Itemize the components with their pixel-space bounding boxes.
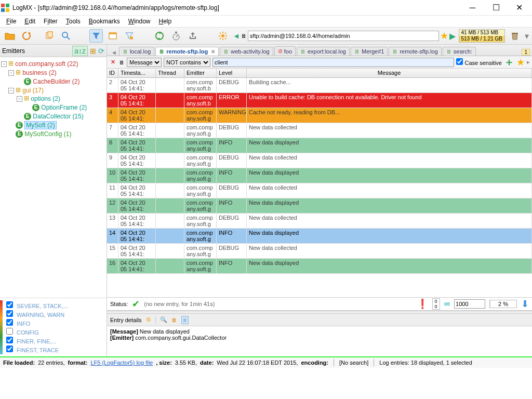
stopwatch-icon[interactable] <box>169 29 183 43</box>
tree-node[interactable]: E MySoftConfig (1) <box>1 129 105 138</box>
col-level[interactable]: Level <box>217 69 247 77</box>
details-gear-icon[interactable]: ⚙ <box>146 316 151 323</box>
tabs-left-arrow-icon[interactable]: ◄ <box>109 49 119 56</box>
table-row[interactable]: 904 Oct 2005 14:41:com.company.soft.gDEB… <box>107 153 532 168</box>
refresh-icon[interactable] <box>20 29 33 43</box>
filter-field-select[interactable]: Message <box>127 58 162 67</box>
log-table: ID Timesta... Thread Emitter Level Messa… <box>107 69 532 297</box>
file-tab[interactable]: 🗎export:local.log <box>297 47 350 56</box>
maximize-button[interactable]: ☐ <box>484 1 508 15</box>
case-sensitive-checkbox[interactable]: Case sensitive <box>456 58 502 66</box>
history-back-icon[interactable]: ◄ <box>233 32 240 40</box>
table-row[interactable]: 1204 Oct 2005 14:41:com.company.soft.gIN… <box>107 198 532 214</box>
favorite-star-icon[interactable]: ★ <box>440 30 448 42</box>
close-button[interactable]: ✕ <box>508 1 531 15</box>
col-timestamp[interactable]: Timesta... <box>118 69 156 77</box>
clear-filter-button[interactable]: ✕ <box>109 59 117 65</box>
menu-bookmarks[interactable]: Bookmarks <box>86 17 123 26</box>
close-icon[interactable]: ✕ <box>211 49 215 55</box>
file-tab[interactable]: 🗎remote-sftp.log✕ <box>155 47 219 56</box>
file-tab[interactable]: 🗎search: <box>443 47 476 56</box>
filter-value-input[interactable] <box>212 58 454 67</box>
tree-collapse-icon[interactable]: ⊞ <box>90 47 96 55</box>
tree-refresh-icon[interactable]: ⟳ <box>98 47 104 55</box>
file-tab[interactable]: ⊘foo <box>274 46 296 56</box>
level-filter-item[interactable]: SEVERE, STACK,... <box>6 301 104 310</box>
tree-node[interactable]: −⊞ business (2) <box>1 68 105 77</box>
filter-favorite-icon[interactable]: ★ <box>516 57 525 68</box>
calendar-filter-icon[interactable] <box>106 29 119 43</box>
alert-icon[interactable]: ❗ <box>417 298 428 310</box>
table-row[interactable]: 704 Oct 2005 14:41:com.company.soft.gDEB… <box>107 123 532 138</box>
funnel-icon[interactable] <box>89 29 103 43</box>
file-tab[interactable]: 🗎local.log <box>119 47 154 56</box>
tree-node[interactable]: −⊞ gui (17) <box>1 86 105 95</box>
entry-details-header: Entry details ⚙ 🔍 🗎 ≡ <box>107 314 532 326</box>
go-button[interactable]: ▶ <box>449 31 456 41</box>
table-row[interactable]: 1104 Oct 2005 14:41:com.company.soft.gDE… <box>107 183 532 198</box>
settings-gear-icon[interactable] <box>216 29 230 43</box>
emitters-tree[interactable]: −⊞ com.company.soft (22)−⊞ business (2)E… <box>0 57 107 298</box>
scroll-bottom-icon[interactable]: ⬇ <box>521 298 529 310</box>
col-message[interactable]: Message <box>247 69 532 77</box>
table-row[interactable]: 804 Oct 2005 14:41:com.company.soft.gINF… <box>107 138 532 153</box>
footer-format-link[interactable]: LF5 (LogFactor5) log file <box>90 360 153 366</box>
table-body[interactable]: 204 Oct 2005 14:41:com.company.soft.bDEB… <box>107 78 532 297</box>
tree-node[interactable]: E DataCollector (15) <box>1 112 105 121</box>
col-emitter[interactable]: Emitter <box>184 69 217 77</box>
tree-node[interactable]: −⊞ options (2) <box>1 94 105 103</box>
limit-input[interactable] <box>454 299 485 309</box>
filter-op-select[interactable]: NOT contains <box>164 58 210 67</box>
sort-az-icon[interactable]: a↕z <box>72 46 88 56</box>
details-message-label: [Message] <box>110 328 138 335</box>
search-icon[interactable] <box>59 29 73 43</box>
menu-window[interactable]: Window <box>125 17 154 26</box>
level-filter-item[interactable]: INFO <box>6 318 104 327</box>
col-thread[interactable]: Thread <box>156 69 184 77</box>
export-icon[interactable] <box>186 29 200 43</box>
filter-bar: ✕ 🗎 Message NOT contains Case sensitive … <box>107 56 532 69</box>
details-copy-icon[interactable]: 🗎 <box>171 317 177 323</box>
address-input[interactable] <box>248 31 439 41</box>
menu-filter[interactable]: Filter <box>41 17 61 26</box>
tree-node[interactable]: E OptionFrame (2) <box>1 103 105 112</box>
file-tab[interactable]: 🗎web-activity.log <box>220 47 273 56</box>
level-filter-item[interactable]: CONFIG <box>6 327 104 336</box>
filter-more-icon[interactable]: ▸ <box>527 59 530 65</box>
toolbar-more-icon[interactable]: ▾ <box>525 31 529 41</box>
tree-node[interactable]: −⊞ com.company.soft (22) <box>1 59 105 68</box>
table-row[interactable]: 404 Oct 2005 14:41:com.company.soft.gWAR… <box>107 108 532 123</box>
col-id[interactable]: ID <box>107 69 118 77</box>
table-row[interactable]: 1304 Oct 2005 14:41:com.company.soft.gDE… <box>107 214 532 229</box>
file-tab[interactable]: 🗎Merge#1 <box>351 47 388 56</box>
table-row[interactable]: 1604 Oct 2005 14:41:com.company.soft.gIN… <box>107 259 532 274</box>
open-folder-icon[interactable] <box>3 29 17 43</box>
details-search-icon[interactable]: 🔍 <box>160 316 167 323</box>
table-row[interactable]: 1504 Oct 2005 14:41:com.company.soft.gDE… <box>107 244 532 259</box>
tree-node[interactable]: E CacheBuilder (2) <box>1 77 105 86</box>
menu-help[interactable]: Help <box>155 17 175 26</box>
minimize-button[interactable]: ─ <box>461 1 484 15</box>
tree-node[interactable]: E MySoft (2) <box>1 121 105 129</box>
infinity-icon[interactable]: ∞ <box>444 299 450 309</box>
table-row[interactable]: 1004 Oct 2005 14:41:com.company.soft.gIN… <box>107 168 532 183</box>
level-filter-item[interactable]: WARNING, WARN <box>6 310 104 318</box>
menu-file[interactable]: File <box>3 17 19 26</box>
table-row[interactable]: 1404 Oct 2005 14:41:com.company.soft.gIN… <box>107 229 532 244</box>
table-header[interactable]: ID Timesta... Thread Emitter Level Messa… <box>107 69 532 78</box>
table-row[interactable]: 304 Oct 2005 14:41:com.company.soft.bERR… <box>107 93 532 108</box>
add-filter-button[interactable]: ＋ <box>504 55 514 69</box>
level-filter-item[interactable]: FINER, FINE,... <box>6 336 104 345</box>
level-filter-item[interactable]: FINEST, TRACE <box>6 345 104 354</box>
trash-icon[interactable] <box>508 29 522 43</box>
footer-size-label: , size: <box>156 360 172 366</box>
details-format-icon[interactable]: ≡ <box>181 316 189 324</box>
menu-edit[interactable]: Edit <box>21 17 38 26</box>
advanced-filter-icon[interactable] <box>123 29 136 43</box>
autorefresh-icon[interactable] <box>153 29 166 43</box>
copy-icon[interactable] <box>43 29 56 43</box>
file-tab[interactable]: 🗎remote-sftp.log <box>389 47 441 56</box>
table-row[interactable]: 204 Oct 2005 14:41:com.company.soft.bDEB… <box>107 78 532 93</box>
tabs-overflow-count[interactable]: 1 <box>522 49 530 56</box>
menu-tools[interactable]: Tools <box>63 17 84 26</box>
